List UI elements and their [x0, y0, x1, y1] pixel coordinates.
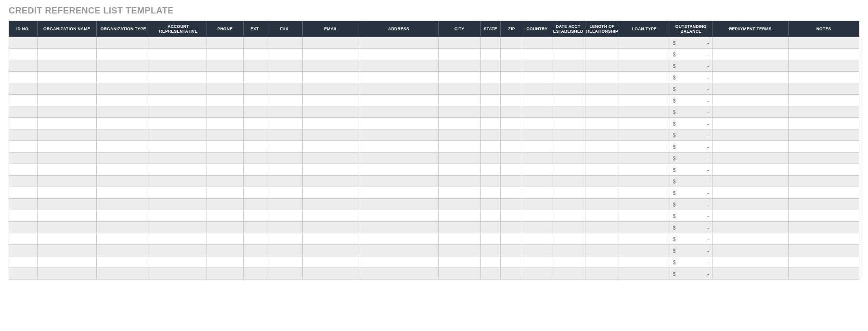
cell[interactable]	[207, 72, 243, 83]
cell[interactable]	[359, 222, 438, 233]
cell[interactable]	[551, 210, 585, 222]
cell[interactable]	[9, 118, 38, 129]
cell[interactable]	[585, 37, 619, 49]
cell[interactable]	[266, 129, 302, 141]
cell[interactable]	[303, 164, 359, 176]
cell[interactable]	[500, 60, 523, 72]
cell[interactable]	[243, 49, 266, 60]
cell[interactable]: $-	[670, 95, 712, 106]
cell[interactable]	[359, 118, 438, 129]
cell[interactable]	[500, 83, 523, 95]
cell[interactable]	[619, 245, 670, 256]
cell[interactable]	[96, 187, 150, 199]
cell[interactable]	[9, 60, 38, 72]
cell[interactable]	[712, 83, 788, 95]
cell[interactable]	[551, 153, 585, 164]
cell[interactable]	[359, 153, 438, 164]
cell[interactable]	[585, 153, 619, 164]
cell[interactable]	[789, 176, 859, 187]
cell[interactable]	[150, 199, 207, 210]
cell[interactable]	[303, 199, 359, 210]
cell[interactable]	[789, 268, 859, 280]
cell[interactable]	[266, 176, 302, 187]
cell[interactable]	[150, 95, 207, 106]
cell[interactable]	[96, 118, 150, 129]
cell[interactable]	[480, 233, 500, 245]
cell[interactable]	[789, 106, 859, 118]
cell[interactable]	[480, 118, 500, 129]
cell[interactable]	[500, 95, 523, 106]
cell[interactable]	[523, 141, 551, 153]
cell[interactable]: $-	[670, 118, 712, 129]
cell[interactable]	[789, 141, 859, 153]
cell[interactable]	[789, 49, 859, 60]
cell[interactable]	[619, 106, 670, 118]
cell[interactable]	[359, 83, 438, 95]
cell[interactable]	[438, 199, 480, 210]
cell[interactable]	[438, 72, 480, 83]
cell[interactable]	[303, 60, 359, 72]
cell[interactable]	[150, 72, 207, 83]
cell[interactable]	[266, 83, 302, 95]
cell[interactable]	[243, 153, 266, 164]
cell[interactable]	[207, 141, 243, 153]
cell[interactable]	[266, 153, 302, 164]
cell[interactable]	[500, 118, 523, 129]
cell[interactable]	[480, 72, 500, 83]
cell[interactable]: $-	[670, 164, 712, 176]
cell[interactable]	[523, 129, 551, 141]
cell[interactable]	[37, 72, 96, 83]
cell[interactable]	[619, 176, 670, 187]
cell[interactable]	[712, 118, 788, 129]
cell[interactable]	[438, 60, 480, 72]
cell[interactable]	[303, 72, 359, 83]
cell[interactable]	[243, 37, 266, 49]
cell[interactable]	[37, 164, 96, 176]
cell[interactable]	[480, 164, 500, 176]
cell[interactable]	[480, 37, 500, 49]
cell[interactable]	[266, 199, 302, 210]
cell[interactable]	[303, 222, 359, 233]
cell[interactable]	[551, 95, 585, 106]
cell[interactable]	[359, 256, 438, 268]
cell[interactable]	[712, 210, 788, 222]
cell[interactable]	[551, 256, 585, 268]
cell[interactable]	[585, 164, 619, 176]
cell[interactable]	[500, 49, 523, 60]
cell[interactable]	[266, 256, 302, 268]
cell[interactable]	[96, 141, 150, 153]
cell[interactable]: $-	[670, 106, 712, 118]
cell[interactable]	[96, 37, 150, 49]
cell[interactable]: $-	[670, 37, 712, 49]
cell[interactable]	[480, 268, 500, 280]
cell[interactable]	[37, 187, 96, 199]
cell[interactable]	[37, 37, 96, 49]
cell[interactable]	[585, 210, 619, 222]
cell[interactable]	[619, 129, 670, 141]
cell[interactable]	[480, 141, 500, 153]
cell[interactable]	[37, 118, 96, 129]
cell[interactable]	[243, 222, 266, 233]
cell[interactable]	[303, 176, 359, 187]
cell[interactable]	[37, 245, 96, 256]
cell[interactable]	[585, 60, 619, 72]
cell[interactable]	[500, 129, 523, 141]
cell[interactable]	[523, 37, 551, 49]
cell[interactable]	[359, 49, 438, 60]
cell[interactable]	[551, 129, 585, 141]
cell[interactable]	[480, 83, 500, 95]
cell[interactable]	[96, 153, 150, 164]
cell[interactable]	[266, 72, 302, 83]
cell[interactable]	[789, 210, 859, 222]
cell[interactable]	[500, 256, 523, 268]
cell[interactable]	[359, 129, 438, 141]
cell[interactable]	[712, 95, 788, 106]
cell[interactable]	[500, 245, 523, 256]
cell[interactable]	[438, 222, 480, 233]
cell[interactable]	[523, 199, 551, 210]
cell[interactable]	[789, 245, 859, 256]
cell[interactable]	[523, 106, 551, 118]
cell[interactable]	[359, 37, 438, 49]
cell[interactable]	[712, 268, 788, 280]
cell[interactable]	[303, 129, 359, 141]
